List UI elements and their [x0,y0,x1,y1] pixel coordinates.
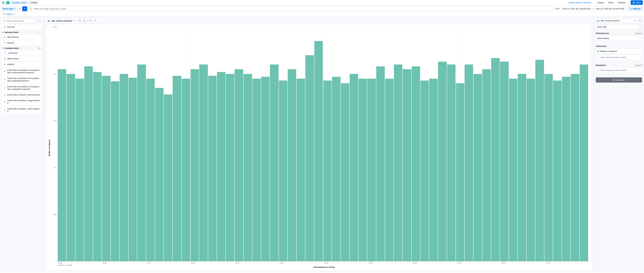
bar[interactable] [553,80,562,261]
bar[interactable] [120,74,128,261]
avatar[interactable]: D [6,1,10,4]
vaxis-metric[interactable]: Median of elapsed [596,48,642,54]
layer-dataview-select[interactable]: demo-app [596,24,642,29]
bar[interactable] [500,62,508,261]
bar[interactable] [562,77,570,261]
field-item[interactable]: kkubernetes.container_hash.keyword [2,92,42,97]
save-button[interactable]: Save [631,0,643,5]
bar[interactable] [518,74,526,261]
visual-options-button[interactable] [88,18,93,23]
records-field[interactable]: # Records [2,25,42,30]
axes-button[interactable] [82,18,87,23]
bar[interactable] [173,76,181,261]
bar[interactable] [367,79,376,261]
add-filter-button[interactable] [22,6,27,11]
field-item[interactable]: kkubernetes.annotations.cni.projectcalic… [2,76,42,83]
bar[interactable] [429,79,438,261]
field-item[interactable]: kkubernetes.container_image.keyword [2,98,42,106]
bar[interactable] [447,64,456,261]
bar[interactable] [305,55,314,261]
bar[interactable] [332,77,340,261]
breakdown-add-field[interactable]: Add or drag-and-drop a field [596,68,642,73]
bar[interactable] [270,64,278,261]
inspect-button[interactable]: Inspect [595,1,606,5]
bar[interactable] [474,74,482,261]
active-filter-pill[interactable]: url: search [2,12,16,16]
text-options-button[interactable] [93,18,98,23]
legend-button[interactable] [77,18,82,23]
bar[interactable] [58,69,66,261]
bar[interactable] [420,80,429,261]
remove-filter-button[interactable] [12,13,15,15]
bar[interactable] [403,69,411,261]
field-item[interactable]: kkubernetes.annotations.cni.projectcalic… [2,84,42,92]
field-item[interactable]: kkubernetes.container_name.keyword [2,106,42,114]
bar[interactable] [385,79,394,261]
add-layer-button[interactable]: Add layer [596,77,642,82]
bar[interactable] [412,66,420,261]
bar[interactable] [438,62,446,261]
bar[interactable] [350,74,358,261]
bar[interactable] [226,74,234,261]
bar[interactable] [66,74,75,261]
layer-vis-type-select[interactable]: Bar vertical stacked [596,18,637,23]
bar[interactable] [341,83,349,261]
bar[interactable] [314,41,323,261]
bar[interactable] [261,77,270,261]
bar[interactable] [244,74,252,261]
field-item[interactable]: kkubernetes.annotations.cni.projectcalic… [2,68,42,75]
bar[interactable] [93,72,102,261]
bar[interactable] [252,79,261,261]
breadcrumb-link[interactable]: Visualize Library [10,1,28,4]
filter-options-button[interactable] [18,6,22,11]
haxis-dimension[interactable]: @timestamp [596,36,642,41]
field-type-filter-button[interactable] [35,18,38,23]
bar[interactable] [464,64,473,261]
bar[interactable] [544,74,553,261]
bar[interactable] [323,80,332,261]
field-search-input[interactable] [2,18,35,23]
bar[interactable] [296,79,305,261]
bar[interactable] [146,79,155,261]
bar[interactable] [102,76,110,261]
bar[interactable] [491,58,500,261]
share-button[interactable]: Share [606,1,616,5]
bar[interactable] [288,69,296,261]
bar[interactable] [137,64,146,261]
bar[interactable] [279,80,288,261]
nav-menu-button[interactable] [1,1,5,5]
available-fields-section[interactable]: Available fields 22 [1,46,42,51]
bar[interactable] [580,64,588,261]
query-input[interactable] [28,6,553,11]
field-item[interactable]: #elapsed [2,62,42,67]
field-item[interactable]: #elapsed [2,40,42,45]
bar[interactable] [76,79,84,261]
time-range-picker[interactable]: Feb 23, 2025 @ 14:00:00.000 Feb 23, 2025… [554,6,626,11]
field-item[interactable]: k_p.keyword [2,51,42,55]
field-item[interactable]: @timestamp [2,35,42,40]
bar[interactable] [208,76,217,261]
explore-discover-link[interactable]: Explore data in Discover [566,1,593,5]
bar[interactable] [164,94,172,261]
bar[interactable] [234,69,243,261]
bar[interactable] [376,66,385,261]
bar[interactable] [217,72,226,261]
settings-button[interactable]: Settings [616,1,627,5]
layer-menu-button[interactable] [638,18,642,23]
selected-fields-section[interactable]: Selected fields 2 [1,30,42,35]
bar[interactable] [182,79,190,261]
bar[interactable] [155,88,164,261]
dataview-selector[interactable]: demo-app [1,6,16,11]
bar[interactable] [128,78,137,261]
vaxis-add-metric[interactable]: Add or drag-and-drop a field [596,55,642,60]
bar[interactable] [571,74,579,261]
vis-type-picker[interactable]: Bar vertical stacked [46,18,76,23]
bar[interactable] [535,60,544,261]
bar[interactable] [526,79,535,261]
bar[interactable] [84,66,93,261]
density-button[interactable] [98,18,102,23]
bar[interactable] [509,79,518,261]
bar[interactable] [111,81,119,261]
field-item[interactable]: @timestamp [2,56,42,61]
bar[interactable] [482,69,491,261]
